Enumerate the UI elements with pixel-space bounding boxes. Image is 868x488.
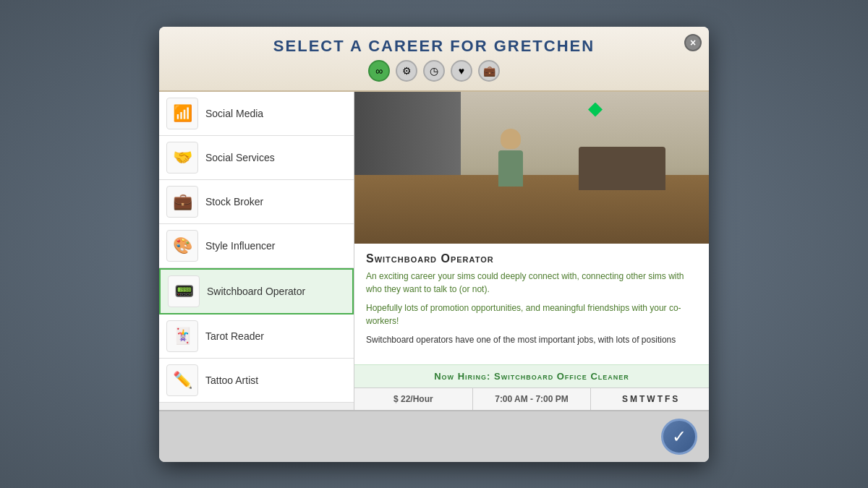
detail-description-1: An exciting career your sims could deepl… bbox=[366, 270, 697, 296]
day-f: F bbox=[665, 394, 670, 404]
modal-footer: ✓ bbox=[159, 410, 709, 462]
career-icon-social-services: 🤝 bbox=[166, 142, 198, 174]
checkmark-icon: ✓ bbox=[672, 427, 686, 447]
scene-table bbox=[579, 147, 665, 190]
career-icon-stock-broker: 💼 bbox=[166, 186, 198, 218]
confirm-button[interactable]: ✓ bbox=[661, 419, 697, 455]
career-item-tarot-reader[interactable]: 🃏 Tarot Reader bbox=[159, 314, 354, 359]
career-name-tarot-reader: Tarot Reader bbox=[205, 330, 264, 342]
career-detail-text: Switchboard Operator An exciting career … bbox=[354, 244, 709, 364]
day-s2: S bbox=[672, 394, 678, 404]
character-body bbox=[498, 150, 523, 187]
career-icon-tattoo-artist: ✏️ bbox=[166, 364, 198, 396]
career-icon-switchboard-operator: 📟 bbox=[168, 275, 200, 307]
salary-label: $ 22/Hour bbox=[393, 394, 433, 404]
stat-days: S M T W T F S bbox=[591, 388, 709, 410]
stat-hours: 7:00 AM - 7:00 PM bbox=[473, 388, 592, 410]
hiring-bar: Now Hiring: Switchboard Office Cleaner bbox=[354, 364, 709, 388]
career-item-switchboard-operator[interactable]: 📟 Switchboard Operator bbox=[159, 268, 354, 314]
modal-header: Select a Career for Gretchen × ∞ ⚙ ◷ ♥ 💼 bbox=[159, 27, 709, 92]
hours-label: 7:00 AM - 7:00 PM bbox=[495, 394, 569, 404]
career-item-style-influencer[interactable]: 🎨 Style Influencer bbox=[159, 224, 354, 268]
day-t1: T bbox=[639, 394, 644, 404]
filter-money[interactable]: 💼 bbox=[478, 60, 500, 82]
career-select-modal: Select a Career for Gretchen × ∞ ⚙ ◷ ♥ 💼… bbox=[159, 27, 709, 462]
filter-icons-row: ∞ ⚙ ◷ ♥ 💼 bbox=[174, 60, 694, 85]
work-days: S M T W T F S bbox=[597, 394, 703, 404]
career-icon-style-influencer: 🎨 bbox=[166, 230, 198, 262]
career-item-tattoo-artist[interactable]: ✏️ Tattoo Artist bbox=[159, 359, 354, 403]
day-m: M bbox=[630, 394, 637, 404]
detail-description-3: Switchboard operators have one of the mo… bbox=[366, 333, 697, 346]
stat-salary: $ 22/Hour bbox=[354, 388, 473, 410]
career-image bbox=[354, 92, 709, 244]
day-s1: S bbox=[622, 394, 628, 404]
career-scene bbox=[354, 92, 709, 244]
filter-work[interactable]: ⚙ bbox=[396, 60, 417, 82]
modal-body: 📶 Social Media 🤝 Social Services 💼 Stock… bbox=[159, 92, 709, 410]
detail-title: Switchboard Operator bbox=[366, 252, 697, 265]
filter-social[interactable]: ♥ bbox=[451, 60, 472, 82]
career-item-stock-broker[interactable]: 💼 Stock Broker bbox=[159, 180, 354, 224]
career-list: 📶 Social Media 🤝 Social Services 💼 Stock… bbox=[159, 92, 354, 410]
career-name-style-influencer: Style Influencer bbox=[205, 240, 276, 252]
scene-wall bbox=[354, 92, 461, 176]
detail-panel: Switchboard Operator An exciting career … bbox=[354, 92, 709, 410]
character-head bbox=[501, 129, 521, 149]
career-icon-tarot-reader: 🃏 bbox=[166, 320, 198, 352]
close-button[interactable]: × bbox=[684, 34, 702, 51]
career-name-switchboard-operator: Switchboard Operator bbox=[207, 286, 305, 297]
career-icon-social-media: 📶 bbox=[166, 98, 198, 129]
career-stats: $ 22/Hour 7:00 AM - 7:00 PM S M T W T F … bbox=[354, 388, 709, 410]
day-w: W bbox=[647, 394, 655, 404]
career-name-social-media: Social Media bbox=[205, 108, 263, 119]
modal-title: Select a Career for Gretchen bbox=[174, 37, 694, 56]
filter-time[interactable]: ◷ bbox=[423, 60, 445, 82]
detail-description-2: Hopefully lots of promotion opportunitie… bbox=[366, 301, 697, 328]
filter-all[interactable]: ∞ bbox=[368, 60, 390, 82]
career-item-social-services[interactable]: 🤝 Social Services bbox=[159, 136, 354, 180]
scene-character bbox=[489, 129, 532, 201]
day-t2: T bbox=[658, 394, 663, 404]
career-name-stock-broker: Stock Broker bbox=[205, 196, 263, 207]
career-item-social-media[interactable]: 📶 Social Media bbox=[159, 92, 354, 136]
career-name-social-services: Social Services bbox=[205, 152, 275, 163]
career-name-tattoo-artist: Tattoo Artist bbox=[205, 374, 258, 386]
